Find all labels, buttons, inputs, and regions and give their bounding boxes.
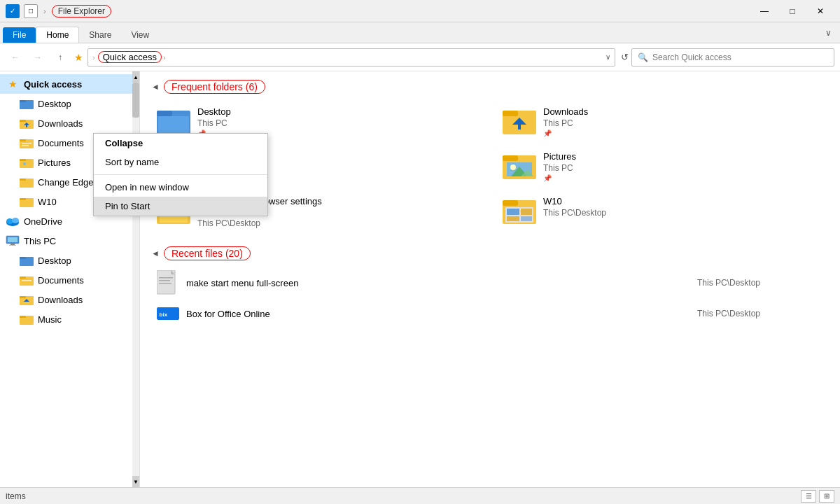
folder-item-downloads[interactable]: Downloads This PC 📌 <box>497 102 829 141</box>
context-menu-sort-by-name[interactable]: Sort by name <box>94 153 267 172</box>
svg-rect-40 <box>518 125 521 130</box>
svg-rect-9 <box>22 145 29 146</box>
svg-rect-16 <box>20 198 26 200</box>
w10-folder-name: W10 <box>543 196 606 206</box>
sidebar-item-thispc-downloads[interactable]: Downloads <box>0 290 139 309</box>
folder-item-w10[interactable]: W10 This PC\Desktop <box>497 192 829 232</box>
tab-share[interactable]: Share <box>79 27 121 43</box>
w10-folder-icon-grid <box>503 196 536 224</box>
ribbon-chevron-icon[interactable]: ∨ <box>825 28 837 38</box>
scroll-up-button[interactable]: ▲ <box>132 71 139 83</box>
breadcrumb-expand-icon: › <box>92 53 95 62</box>
scroll-thumb <box>132 83 139 118</box>
up-button[interactable]: ↑ <box>50 48 70 66</box>
downloads-folder-icon <box>20 116 34 130</box>
breadcrumb-quick-access[interactable]: Quick access <box>98 51 162 63</box>
forward-button[interactable]: → <box>28 48 48 66</box>
tab-file[interactable]: File <box>3 27 36 43</box>
pictures-folder-path: This PC <box>543 163 576 173</box>
svg-rect-60 <box>507 216 519 221</box>
pictures-folder-name: Pictures <box>543 151 576 162</box>
frequent-folders-toggle[interactable]: ◄ <box>151 82 160 92</box>
thispc-documents-icon <box>20 273 34 287</box>
sidebar-item-desktop[interactable]: Desktop <box>0 94 139 113</box>
maximize-button[interactable]: □ <box>778 1 806 21</box>
sidebar-item-thispc-desktop[interactable]: Desktop <box>0 251 139 270</box>
sidebar-item-thispc[interactable]: This PC <box>0 231 139 251</box>
tab-view[interactable]: View <box>121 27 159 43</box>
search-box[interactable]: 🔍 <box>631 48 834 66</box>
svg-rect-35 <box>157 111 172 116</box>
recent-files-toggle[interactable]: ◄ <box>151 248 160 258</box>
svg-rect-56 <box>503 200 518 206</box>
addressbar: ← → ↑ ★ › Quick access › ∨ ↺ 🔍 <box>0 43 840 71</box>
svg-rect-21 <box>8 237 18 242</box>
svg-rect-11 <box>20 159 26 161</box>
context-menu-open-new-window[interactable]: Open in new window <box>94 178 267 197</box>
back-button[interactable]: ← <box>6 48 25 66</box>
titlebar-doc-icon[interactable]: □ <box>24 4 38 18</box>
svg-rect-66 <box>159 280 170 281</box>
frequent-folders-title[interactable]: Frequent folders (6) <box>164 80 265 94</box>
statusbar: items ☰ ⊞ <box>0 487 840 504</box>
box-office-file-icon: bix <box>157 302 179 325</box>
sidebar-item-downloads[interactable]: Downloads <box>0 113 139 133</box>
address-dropdown-icon[interactable]: ∨ <box>606 53 610 61</box>
change-edge-folder-icon <box>20 175 34 189</box>
breadcrumb[interactable]: › Quick access › ∨ <box>88 48 615 66</box>
main-layout: ★ Quick access Desktop Downloads Documen… <box>0 71 840 487</box>
grid-view-button[interactable]: ⊞ <box>819 490 834 503</box>
recent-item-box-office[interactable]: bix Box for Office Online This PC\Deskto… <box>151 300 829 328</box>
start-menu-file-name: make start menu full-screen <box>186 278 690 288</box>
sidebar-thispc-desktop-label: Desktop <box>38 255 71 266</box>
scroll-down-button[interactable]: ▼ <box>132 476 139 487</box>
quick-access-star-icon: ★ <box>6 77 20 91</box>
change-edge-folder-path: This PC\Desktop <box>197 218 322 228</box>
svg-rect-7 <box>20 139 26 141</box>
svg-rect-59 <box>521 209 532 215</box>
search-icon: 🔍 <box>638 52 648 62</box>
titlebar-check-icon[interactable]: ✓ <box>6 4 20 18</box>
sidebar-downloads-label: Downloads <box>38 118 83 129</box>
svg-text:bix: bix <box>160 312 168 318</box>
titlebar-title: File Explorer <box>52 5 111 18</box>
refresh-button[interactable]: ↺ <box>621 52 629 62</box>
box-office-file-path: This PC\Desktop <box>697 309 823 318</box>
svg-rect-33 <box>20 316 26 318</box>
titlebar-separator: › <box>43 7 46 15</box>
favorites-star-icon: ★ <box>74 52 83 63</box>
svg-rect-27 <box>20 276 26 279</box>
breadcrumb-sep-icon: › <box>163 53 166 62</box>
folder-item-pictures[interactable]: Pictures This PC 📌 <box>497 147 829 186</box>
sidebar-item-quick-access[interactable]: ★ Quick access <box>0 74 139 94</box>
close-button[interactable]: ✕ <box>806 1 834 21</box>
sidebar-thispc-documents-label: Documents <box>38 275 84 286</box>
tab-home[interactable]: Home <box>36 27 79 43</box>
minimize-button[interactable]: — <box>750 1 778 21</box>
titlebar-icons: ✓ □ <box>6 4 38 18</box>
desktop-folder-icon <box>20 97 34 111</box>
context-menu-pin-to-start[interactable]: Pin to Start <box>94 197 267 216</box>
svg-rect-5 <box>26 125 27 127</box>
sidebar-desktop-label: Desktop <box>38 99 71 109</box>
recent-files-title[interactable]: Recent files (20) <box>164 246 251 260</box>
statusbar-view-controls: ☰ ⊞ <box>801 490 834 503</box>
documents-folder-icon <box>20 136 34 150</box>
sidebar-item-thispc-music[interactable]: Music <box>0 309 139 329</box>
sidebar-thispc-label: This PC <box>24 236 56 246</box>
list-view-button[interactable]: ☰ <box>801 490 816 503</box>
sidebar-item-thispc-documents[interactable]: Documents <box>0 270 139 290</box>
box-office-file-name: Box for Office Online <box>186 309 690 319</box>
svg-rect-3 <box>20 120 26 122</box>
svg-rect-1 <box>20 100 26 102</box>
sidebar-documents-label: Documents <box>38 138 84 148</box>
recent-item-start-menu[interactable]: make start menu full-screen This PC\Desk… <box>151 269 829 297</box>
pictures-folder-icon-grid <box>503 151 536 179</box>
ribbon-tabs: File Home Share View ∨ <box>0 22 840 43</box>
context-menu-collapse[interactable]: Collapse <box>94 134 267 153</box>
svg-rect-28 <box>22 280 31 281</box>
svg-rect-61 <box>521 216 532 221</box>
search-input[interactable] <box>652 52 828 62</box>
svg-point-19 <box>12 218 19 223</box>
svg-rect-8 <box>22 143 31 144</box>
